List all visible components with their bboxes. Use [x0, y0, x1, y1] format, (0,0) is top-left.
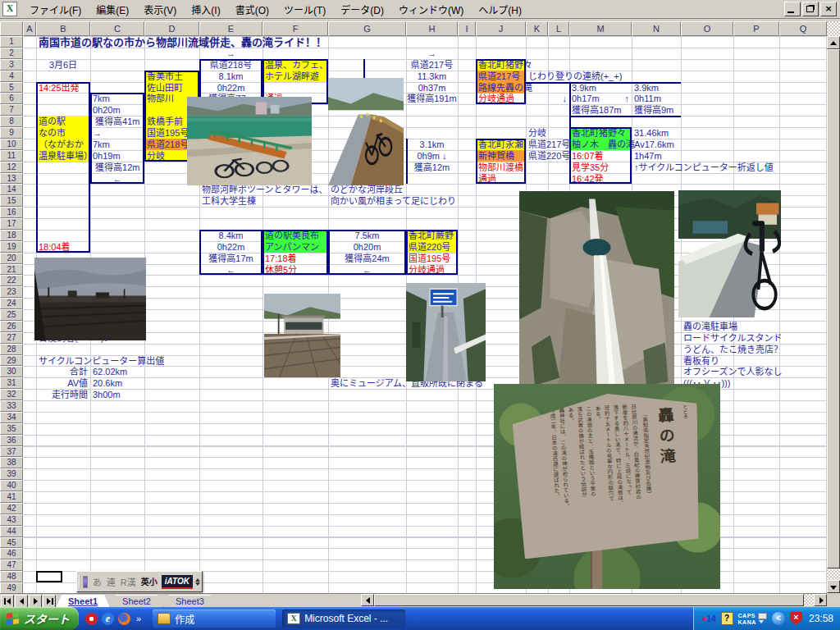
cell-F20[interactable]: 17:18着 — [262, 253, 328, 264]
cell-E20[interactable]: 獲得高17m — [199, 253, 262, 264]
column-header-K[interactable]: K — [526, 21, 548, 36]
cell-M12[interactable]: 見学35分 — [569, 162, 632, 173]
photo-dusk-parking[interactable] — [34, 258, 146, 340]
photo-road-blue-sign[interactable] — [406, 283, 486, 381]
task-button-excel[interactable]: X Microsoft Excel - ... — [282, 609, 405, 628]
hscroll-thumb[interactable] — [374, 594, 804, 606]
cell-G20[interactable]: 獲得高24m — [328, 253, 406, 264]
menu-item-7[interactable]: ウィンドウ(W) — [391, 1, 471, 18]
row-header-20[interactable]: 20 — [0, 253, 23, 264]
cell-C13[interactable]: ← — [90, 173, 144, 185]
cell-B30[interactable]: 合計 — [36, 366, 90, 377]
cell-B11[interactable]: 温泉駐車場） — [36, 150, 90, 162]
help-tray-icon[interactable]: ? — [721, 612, 733, 625]
row-header-4[interactable]: 4 — [0, 71, 23, 82]
cell-C12[interactable]: 獲得高12m — [90, 162, 144, 173]
vscroll-thumb[interactable] — [827, 49, 840, 568]
cell-H5[interactable]: 0h37m — [406, 82, 458, 94]
photo-todoroki-waterfall[interactable] — [519, 191, 674, 386]
ime-grip[interactable] — [79, 575, 81, 588]
cell-H20[interactable]: 国道195号 — [406, 253, 458, 264]
column-header-P[interactable]: P — [733, 21, 779, 36]
row-header-45[interactable]: 45 — [0, 537, 23, 549]
column-header-D[interactable]: D — [144, 21, 199, 36]
cell-H11[interactable]: 0h9m ↓ — [406, 150, 458, 162]
row-header-26[interactable]: 26 — [0, 321, 23, 332]
cell-H10[interactable]: 3.1km — [406, 139, 458, 150]
row-header-12[interactable]: 12 — [0, 162, 23, 173]
row-header-3[interactable]: 3 — [0, 59, 23, 71]
photo-waterfall-signboard[interactable]: とどろ 轟の滝 （高知県指定天然記念物及び名勝） 日比原川の清流が、白亜紀の礫質… — [494, 384, 720, 589]
ime-tray-indicator[interactable]: CAPS KANA — [738, 613, 767, 625]
cell-D5[interactable]: 佐山田町 — [144, 82, 199, 94]
cell-D4[interactable]: 香美市土 — [144, 71, 199, 82]
row-header-16[interactable]: 16 — [0, 207, 23, 218]
row-header-49[interactable]: 49 — [0, 582, 23, 594]
menu-item-8[interactable]: ヘルプ(H) — [471, 1, 529, 18]
cell-C11[interactable]: 0h19m — [90, 150, 144, 162]
row-header-33[interactable]: 33 — [0, 400, 23, 412]
row-header-1[interactable]: 1 — [0, 36, 23, 48]
cell-M10[interactable]: 柚ノ木 轟の滝 — [569, 139, 632, 150]
row-header-36[interactable]: 36 — [0, 435, 23, 446]
row-header-34[interactable]: 34 — [0, 412, 23, 423]
sheet-tab-sheet3[interactable]: Sheet3 — [163, 595, 217, 608]
cell-B1[interactable]: 南国市道の駅なの市から物部川流域併走、轟の滝ライド！！ — [36, 36, 90, 48]
row-header-37[interactable]: 37 — [0, 446, 23, 458]
photo-michinoeki-plaza[interactable] — [264, 294, 340, 377]
cell-O28[interactable]: うどん、たこ焼き売店？ — [681, 344, 733, 355]
cell-N7[interactable]: 獲得高9m — [632, 104, 681, 116]
column-header-J[interactable]: J — [476, 21, 526, 36]
cell-O30[interactable]: オフシーズンで人影なし — [681, 366, 733, 377]
minimize-button[interactable] — [784, 2, 801, 16]
cell-H3[interactable]: 県道217号 — [406, 59, 458, 71]
cell-K11[interactable]: 県道220号 — [526, 150, 548, 162]
cell-E19[interactable]: 0h22m — [199, 241, 262, 253]
row-header-47[interactable]: 47 — [0, 559, 23, 571]
cell-C9[interactable]: → — [90, 127, 144, 139]
row-header-27[interactable]: 27 — [0, 332, 23, 344]
cell-H18[interactable]: 香北町蕨野 — [406, 230, 458, 241]
ime-button-2[interactable]: R漢 — [118, 574, 139, 589]
cell-K9[interactable]: 分岐 — [526, 127, 548, 139]
cell-E14[interactable]: 物部河畔ポツーンとタワーは、 — [199, 184, 262, 195]
cell-J12[interactable]: 物部川渡橋 — [476, 162, 526, 173]
internet-explorer-icon[interactable]: e — [102, 613, 114, 625]
cell-E5[interactable]: 0h22m — [199, 82, 262, 94]
cell-B32[interactable]: 走行時間 — [36, 389, 90, 400]
cell-F18[interactable]: 道の駅美良布 — [262, 230, 328, 241]
column-header-L[interactable]: L — [548, 21, 569, 36]
messenger-tray-icon[interactable]: < — [772, 612, 785, 625]
row-header-19[interactable]: 19 — [0, 241, 23, 253]
row-header-31[interactable]: 31 — [0, 377, 23, 389]
cell-B5[interactable]: 14:25出発 — [36, 82, 90, 94]
cell-N12[interactable]: ↑サイクルコンピューター折返し値 — [632, 162, 681, 173]
cell-F19[interactable]: アンパンマン — [262, 241, 328, 253]
row-header-21[interactable]: 21 — [0, 264, 23, 276]
row-header-13[interactable]: 13 — [0, 173, 23, 185]
cell-C32[interactable]: 3h00m — [90, 389, 144, 400]
column-header-O[interactable]: O — [681, 21, 733, 36]
select-all-corner[interactable] — [0, 21, 23, 36]
cell-C10[interactable]: 7km — [90, 139, 144, 150]
ime-button-0[interactable]: あ — [90, 574, 104, 589]
scroll-left-icon[interactable] — [361, 594, 374, 606]
tab-prev-icon[interactable] — [15, 595, 28, 608]
cell-E3[interactable]: 県道218号 — [199, 59, 262, 71]
sheet-tab-sheet2[interactable]: Sheet2 — [110, 595, 163, 608]
menu-item-3[interactable]: 挿入(I) — [184, 1, 227, 18]
column-header-M[interactable]: M — [569, 21, 632, 36]
cell-J3[interactable]: 香北町猪野々 — [476, 59, 526, 71]
cell-H12[interactable]: 獲高12m — [406, 162, 458, 173]
column-header-E[interactable]: E — [199, 21, 262, 36]
column-header-H[interactable]: H — [406, 21, 458, 36]
column-header-N[interactable]: N — [632, 21, 681, 36]
cell-B31[interactable]: AV値 — [36, 377, 90, 389]
vertical-scrollbar[interactable] — [827, 21, 840, 593]
cell-N10[interactable]: Av17.6km — [632, 139, 681, 150]
cell-J4[interactable]: 県道217号 — [476, 71, 526, 82]
cell-J13[interactable]: 通過 — [476, 173, 526, 185]
cell-E18[interactable]: 8.4km — [199, 230, 262, 241]
row-header-38[interactable]: 38 — [0, 457, 23, 468]
cell-H21[interactable]: 分岐通過 — [406, 264, 458, 276]
